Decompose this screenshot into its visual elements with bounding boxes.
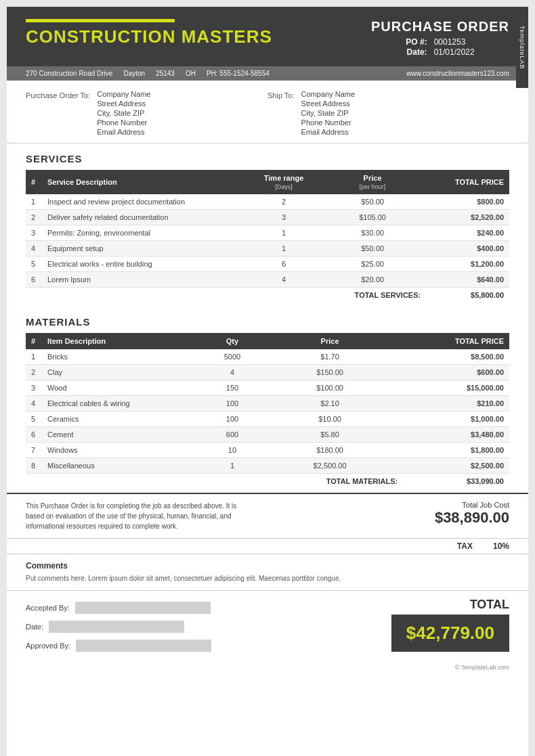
purchase-order-to-label: Purchase Order To: xyxy=(26,90,90,136)
materials-row-price: $5.80 xyxy=(257,427,403,443)
sig-approved-row: Approved By: xyxy=(26,640,211,652)
materials-total-label: TOTAL MATERIALS: xyxy=(257,474,403,489)
materials-col-qty: Qty xyxy=(208,333,257,349)
po-number-value: 0001253 xyxy=(434,37,509,47)
materials-row-num: 7 xyxy=(26,443,42,458)
services-row-price: $50.00 xyxy=(319,241,426,257)
company-title: CONSTRUCTION MASTERS xyxy=(26,26,272,47)
tax-row: TAX 10% xyxy=(7,538,528,554)
sig-date-label: Date: xyxy=(26,623,43,631)
sig-date-line[interactable] xyxy=(49,621,184,633)
services-row-total: $640.00 xyxy=(426,272,509,288)
services-total-label: TOTAL SERVICES: xyxy=(319,288,426,303)
services-title: SERVICES xyxy=(26,153,509,164)
services-row-time: 1 xyxy=(249,225,319,241)
materials-row-total: $2,500.00 xyxy=(403,458,509,474)
services-row-time: 6 xyxy=(249,257,319,272)
materials-section: MATERIALS # Item Description Qty Price T… xyxy=(7,307,528,493)
header: CONSTRUCTION MASTERS PURCHASE ORDER PO #… xyxy=(7,7,528,66)
services-col-num: # xyxy=(26,170,42,194)
purchase-order-to-block: Purchase Order To: Company Name Street A… xyxy=(26,90,268,136)
materials-row-desc: Electrical cables & wiring xyxy=(42,396,208,412)
services-row-num: 6 xyxy=(26,272,42,288)
services-row-2: 2 Deliver safety related documentation 3… xyxy=(26,210,509,225)
services-section: SERVICES # Service Description Time rang… xyxy=(7,143,528,307)
company-phone: PH: 555-1524-58554 xyxy=(207,70,270,77)
materials-row-price: $180.00 xyxy=(257,443,403,458)
services-table: # Service Description Time range[Days] P… xyxy=(26,170,509,303)
materials-row-4: 4 Electrical cables & wiring 100 $2.10 $… xyxy=(26,396,509,412)
materials-row-total: $15,000.00 xyxy=(403,380,509,396)
ship-address: Street Address xyxy=(301,99,355,108)
ship-email: Email Address xyxy=(301,128,355,136)
page: CONSTRUCTION MASTERS PURCHASE ORDER PO #… xyxy=(7,7,528,756)
materials-header-row: # Item Description Qty Price TOTAL PRICE xyxy=(26,333,509,349)
materials-col-desc: Item Description xyxy=(42,333,208,349)
sig-accepted-line[interactable] xyxy=(75,602,211,614)
company-state: OH xyxy=(186,70,196,77)
services-row-time: 4 xyxy=(249,272,319,288)
services-row-num: 2 xyxy=(26,210,42,225)
billing-city: City, State ZIP xyxy=(97,109,150,117)
footer-section: This Purchase Order is for completing th… xyxy=(7,493,528,538)
materials-row-qty: 5000 xyxy=(208,349,257,365)
footer-note-text: This Purchase Order is for completing th… xyxy=(26,502,236,530)
materials-row-price: $150.00 xyxy=(257,365,403,380)
po-title: PURCHASE ORDER xyxy=(371,19,509,35)
billing-section: Purchase Order To: Company Name Street A… xyxy=(7,81,528,143)
services-row-time: 1 xyxy=(249,241,319,257)
materials-col-num: # xyxy=(26,333,42,349)
footer-right: Total Job Cost $38,890.00 xyxy=(435,501,509,527)
address-bar: 270 Construction Road Drive Dayton 25143… xyxy=(7,66,528,81)
copyright: © TemplateLab.com xyxy=(7,663,528,675)
ship-to-label: Ship To: xyxy=(268,90,295,136)
services-row-price: $20.00 xyxy=(319,272,426,288)
sig-accepted-row: Accepted By: xyxy=(26,602,211,614)
services-row-4: 4 Equipment setup 1 $50.00 $400.00 xyxy=(26,241,509,257)
materials-row-3: 3 Wood 150 $100.00 $15,000.00 xyxy=(26,380,509,396)
services-row-desc: Lorem Ipsum xyxy=(42,272,249,288)
total-box: $42,779.00 xyxy=(391,615,509,652)
materials-row-qty: 600 xyxy=(208,427,257,443)
materials-row-desc: Clay xyxy=(42,365,208,380)
tax-label: TAX xyxy=(457,541,473,551)
materials-row-qty: 4 xyxy=(208,365,257,380)
services-total-value: $5,800.00 xyxy=(426,288,509,303)
services-row-time: 3 xyxy=(249,210,319,225)
billing-email: Email Address xyxy=(97,128,150,136)
ship-company: Company Name xyxy=(301,90,355,98)
materials-row-price: $2.10 xyxy=(257,396,403,412)
billing-address: Street Address xyxy=(97,99,150,108)
services-row-num: 4 xyxy=(26,241,42,257)
services-row-total: $1,200.00 xyxy=(426,257,509,272)
materials-total-row: TOTAL MATERIALS: $33,090.00 xyxy=(26,474,509,489)
services-row-6: 6 Lorem Ipsum 4 $20.00 $640.00 xyxy=(26,272,509,288)
services-row-num: 1 xyxy=(26,194,42,210)
materials-total-value: $33,090.00 xyxy=(403,474,509,489)
services-row-3: 3 Permits: Zoning, environmental 1 $30.0… xyxy=(26,225,509,241)
materials-row-desc: Cement xyxy=(42,427,208,443)
sig-accepted-label: Accepted By: xyxy=(26,604,70,612)
materials-col-price: Price xyxy=(257,333,403,349)
services-row-price: $30.00 xyxy=(319,225,426,241)
services-row-desc: Inspect and review project documentation xyxy=(42,194,249,210)
sig-approved-line[interactable] xyxy=(76,640,211,652)
services-row-price: $105.00 xyxy=(319,210,426,225)
materials-row-qty: 100 xyxy=(208,396,257,412)
materials-row-desc: Windows xyxy=(42,443,208,458)
ship-info: Company Name Street Address City, State … xyxy=(301,90,355,136)
services-col-desc: Service Description xyxy=(42,170,249,194)
sidebar-label: TemplateLAB xyxy=(516,7,528,88)
services-header-row: # Service Description Time range[Days] P… xyxy=(26,170,509,194)
materials-row-price: $2,500.00 xyxy=(257,458,403,474)
services-total-row: TOTAL SERVICES: $5,800.00 xyxy=(26,288,509,303)
po-number-label: PO #: xyxy=(371,37,427,47)
materials-row-num: 1 xyxy=(26,349,42,365)
ship-phone: Phone Number xyxy=(301,118,355,127)
total-label-big: TOTAL xyxy=(391,598,509,612)
materials-row-1: 1 Bricks 5000 $1.70 $8,500.00 xyxy=(26,349,509,365)
services-row-price: $50.00 xyxy=(319,194,426,210)
billing-info: Company Name Street Address City, State … xyxy=(97,90,150,136)
po-date-label: Date: xyxy=(371,47,427,57)
services-row-desc: Deliver safety related documentation xyxy=(42,210,249,225)
